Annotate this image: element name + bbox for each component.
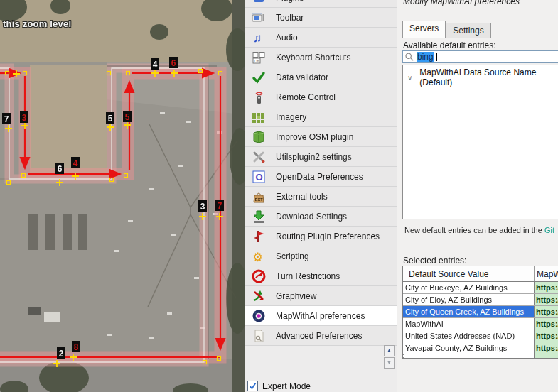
svg-text:4: 4 xyxy=(153,60,158,70)
svg-text:4: 4 xyxy=(73,158,78,168)
duplicate-node-marker: 8 xyxy=(72,341,80,352)
sidebar-item-external-tools[interactable]: EXTExternal tools xyxy=(245,187,397,207)
josm-preferences-window: 467355643728 this zoom level PluginsTool… xyxy=(0,0,558,392)
sidebar-item-keyboard-shortcuts[interactable]: CtrlKeyboard Shortcuts xyxy=(245,48,397,67)
sidebar-item-opendata-preferences[interactable]: OOpenData Preferences xyxy=(245,167,397,187)
sidebar-item-label: Download Settings xyxy=(276,212,347,222)
svg-text:5: 5 xyxy=(108,114,113,124)
graphview-icon xyxy=(251,289,267,303)
svg-text:3: 3 xyxy=(22,113,27,123)
scroll-up-button[interactable]: ▲ xyxy=(384,345,395,356)
sidebar-item-turn-restrictions[interactable]: Turn Restrictions xyxy=(245,266,397,286)
sidebar-scrollbar: ▲ ▼ xyxy=(384,345,395,369)
sidebar-item-label: Improve OSM plugin xyxy=(276,132,353,142)
aerial-imagery: 467355643728 xyxy=(0,0,245,392)
duplicate-node-marker: 5 xyxy=(106,112,114,124)
available-entries-label: Available default entries: xyxy=(403,40,496,50)
git-link[interactable]: Git xyxy=(544,226,554,234)
sidebar-item-label: Imagery xyxy=(276,112,306,122)
duplicate-node-marker: 6 xyxy=(55,163,64,174)
svg-text:2: 2 xyxy=(59,349,64,359)
sidebar-item-label: Advanced Preferences xyxy=(276,331,362,341)
tree-item[interactable]: ∨ MapWithAI Data Source Name (Default) xyxy=(403,65,558,87)
tab-servers[interactable]: Servers xyxy=(402,21,446,38)
sidebar-item-data-validator[interactable]: Data validator xyxy=(245,67,397,87)
search-input[interactable]: bing xyxy=(402,50,558,63)
opendata-icon: O xyxy=(251,170,267,184)
source-name-cell: MapWithAI xyxy=(403,318,534,330)
download-icon xyxy=(251,209,267,224)
chevron-down-icon[interactable]: ∨ xyxy=(407,74,412,82)
tree-item-label: MapWithAI Data Source Name (Default) xyxy=(419,67,558,87)
sidebar-item-label: OpenData Preferences xyxy=(276,172,363,182)
tab-settings[interactable]: Settings xyxy=(446,23,490,38)
info-text: New default entries can be added in the … xyxy=(404,226,558,234)
table-row[interactable]: City of Buckeye, AZ Buildingshttps:/ xyxy=(403,282,558,294)
source-url-cell: https:/ xyxy=(534,318,558,330)
duplicate-node-marker: 7 xyxy=(215,200,224,211)
plugins-icon xyxy=(251,0,267,5)
sidebar-item-toolbar[interactable]: Toolbar xyxy=(245,8,397,28)
scroll-down-button[interactable]: ▼ xyxy=(384,357,395,369)
sidebar-item-label: External tools xyxy=(276,192,328,202)
panel-title: Modify MapWithAI preferences xyxy=(403,0,520,6)
sidebar-item-utilsplugin2-settings[interactable]: Utilsplugin2 settings xyxy=(245,147,397,167)
svg-text:EXT: EXT xyxy=(255,197,263,201)
source-url-cell: https:/ xyxy=(534,282,558,293)
source-name-cell: City of Queen Creek, AZ Buildings xyxy=(403,306,534,317)
mapwithai-icon xyxy=(251,309,267,323)
default-entries-tree[interactable]: ∨ MapWithAI Data Source Name (Default) xyxy=(402,65,558,219)
tools-icon xyxy=(251,150,267,164)
svg-text:O: O xyxy=(256,172,263,183)
duplicate-node-marker: 7 xyxy=(2,113,11,124)
duplicate-node-marker: 2 xyxy=(57,347,65,359)
table-row[interactable]: United States Addresses (NAD)https:/ xyxy=(403,330,558,342)
sidebar-item-label: Graphview xyxy=(276,291,316,301)
search-icon xyxy=(404,52,414,62)
sidebar-item-mapwithai-preferences[interactable]: MapWithAI preferences xyxy=(245,306,397,326)
column-header-source: Default Source Value xyxy=(403,269,534,279)
sidebar-item-imagery[interactable]: Imagery xyxy=(245,107,397,127)
duplicate-node-marker: 3 xyxy=(20,111,28,123)
duplicate-node-marker: 5 xyxy=(123,111,132,122)
duplicate-node-marker: 4 xyxy=(71,157,80,168)
preferences-sidebar: PluginsToolbar♫AudioCtrlKeyboard Shortcu… xyxy=(245,0,397,392)
duplicate-node-marker: 6 xyxy=(169,57,178,68)
source-url-cell: https:/ xyxy=(534,342,558,354)
table-row[interactable]: Yavapai County, AZ Buildingshttps:/ xyxy=(403,342,558,354)
expert-mode-checkbox[interactable] xyxy=(247,381,258,391)
expert-mode-row[interactable]: Expert Mode xyxy=(247,381,311,391)
sidebar-item-download-settings[interactable]: Download Settings xyxy=(245,207,397,227)
sidebar-item-label: Data validator xyxy=(276,72,328,82)
turn-restrictions-icon xyxy=(251,269,267,283)
table-row[interactable]: MapWithAIhttps:/ xyxy=(403,318,558,330)
text-caret xyxy=(436,53,437,61)
sidebar-item-advanced-preferences[interactable]: Advanced Preferences xyxy=(245,326,397,346)
tab-bar: ServersSettings xyxy=(402,21,491,38)
table-row[interactable] xyxy=(403,354,558,359)
table-row[interactable]: City of Queen Creek, AZ Buildingshttps:/ xyxy=(403,306,558,318)
audio-icon: ♫ xyxy=(251,31,267,45)
sidebar-item-remote-control[interactable]: Remote Control xyxy=(245,87,397,107)
mapwithai-preferences-panel: Modify MapWithAI preferences ServersSett… xyxy=(397,0,558,392)
source-name-cell: Yavapai County, AZ Buildings xyxy=(403,342,534,354)
sidebar-item-improve-osm-plugin[interactable]: Improve OSM plugin xyxy=(245,127,397,147)
advanced-prefs-icon xyxy=(251,329,267,343)
table-row[interactable]: City of Eloy, AZ Buildingshttps:/ xyxy=(403,294,558,306)
svg-text:⚙: ⚙ xyxy=(252,250,263,263)
table-header: Default Source Value MapW xyxy=(403,266,558,282)
sidebar-item-plugins[interactable]: Plugins xyxy=(245,0,397,8)
selected-entries-table[interactable]: Default Source Value MapW City of Buckey… xyxy=(402,266,558,359)
sidebar-item-routing-plugin-preferences[interactable]: Routing Plugin Preferences xyxy=(245,227,397,246)
source-url-cell: https:/ xyxy=(534,330,558,342)
sidebar-item-audio[interactable]: ♫Audio xyxy=(245,28,397,48)
map-view[interactable]: 467355643728 this zoom level xyxy=(0,0,245,392)
improve-osm-icon xyxy=(251,130,267,144)
column-header-url: MapW xyxy=(534,266,558,281)
routing-icon xyxy=(251,229,267,244)
sidebar-item-scripting[interactable]: ⚙Scripting xyxy=(245,246,397,266)
source-name-cell: City of Eloy, AZ Buildings xyxy=(403,294,534,305)
toolbar-icon xyxy=(251,11,267,25)
sidebar-item-label: Scripting xyxy=(276,251,309,261)
sidebar-item-graphview[interactable]: Graphview xyxy=(245,286,397,306)
